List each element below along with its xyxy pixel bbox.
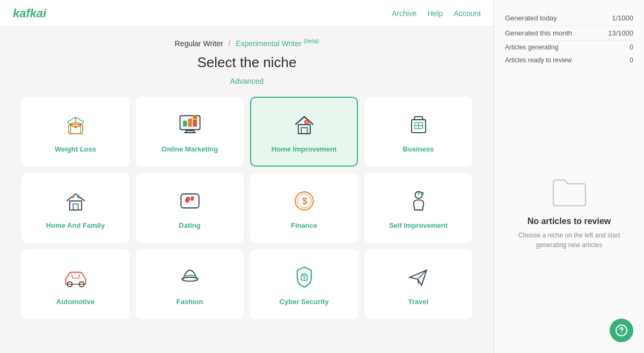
niche-grid: Weight Loss Online Marketing Home Improv…	[21, 97, 472, 319]
weight-loss-icon	[61, 110, 91, 140]
page-title: Select the niche	[21, 54, 472, 71]
home-and-family-icon	[61, 186, 91, 216]
svg-point-34	[621, 332, 622, 333]
niche-card-self-improvement[interactable]: Self Improvement	[364, 173, 472, 243]
dating-icon	[175, 186, 205, 216]
business-icon	[404, 110, 434, 140]
niche-card-online-marketing[interactable]: Online Marketing	[136, 97, 244, 167]
experimental-writer-tab[interactable]: Experimental Writer	[236, 39, 302, 48]
svg-point-31	[303, 277, 305, 279]
niche-card-fashion[interactable]: Fashion	[136, 249, 244, 319]
automotive-icon	[61, 262, 91, 292]
articles-generating-value: 0	[630, 44, 633, 51]
svg-point-9	[192, 116, 197, 120]
sidebar-stats: Generated today 1/1000 Generated this mo…	[505, 11, 633, 67]
niche-card-travel[interactable]: Travel	[364, 249, 472, 319]
niche-card-home-improvement[interactable]: Home Improvement	[250, 97, 358, 167]
logo: kafkai	[13, 6, 46, 20]
help-circle-icon	[616, 325, 627, 336]
niche-card-cyber-security[interactable]: Cyber Security	[250, 249, 358, 319]
generated-today-row: Generated today 1/1000	[505, 11, 633, 26]
svg-rect-21	[181, 194, 199, 208]
writer-tabs: Regular Writer / Experimental Writer (be…	[21, 38, 472, 48]
svg-point-19	[71, 196, 74, 199]
svg-rect-6	[183, 121, 187, 127]
articles-generating-row: Articles generating 0	[505, 41, 633, 54]
articles-generating-label: Articles generating	[505, 44, 558, 51]
help-float-button[interactable]	[610, 319, 633, 342]
logo-text: kafkai	[13, 6, 46, 20]
cyber-security-icon	[289, 262, 319, 292]
cyber-security-label: Cyber Security	[280, 298, 329, 306]
svg-rect-18	[73, 204, 78, 210]
tab-separator: /	[228, 39, 230, 48]
archive-link[interactable]: Archive	[392, 9, 417, 18]
nav-links: Archive Help Account	[392, 9, 481, 18]
online-marketing-label: Online Marketing	[162, 145, 218, 153]
finance-label: Finance	[291, 221, 317, 229]
svg-rect-10	[298, 125, 310, 134]
niche-card-finance[interactable]: $ Finance	[250, 173, 358, 243]
dating-label: Dating	[179, 221, 200, 229]
self-improvement-label: Self Improvement	[389, 221, 448, 229]
folder-icon	[551, 176, 588, 208]
generated-month-value: 13/1000	[608, 29, 633, 37]
automotive-label: Automotive	[56, 298, 95, 306]
svg-point-29	[182, 277, 198, 281]
generated-month-row: Generated this month 13/1000	[505, 26, 633, 41]
svg-text:$: $	[302, 196, 308, 206]
fashion-icon	[175, 262, 205, 292]
articles-ready-row: Articles ready to review 0	[505, 54, 633, 67]
beta-badge: (beta)	[304, 38, 319, 44]
empty-state: No articles to review Choose a niche on …	[505, 83, 633, 342]
niche-card-weight-loss[interactable]: Weight Loss	[21, 97, 129, 167]
niche-card-business[interactable]: Business	[364, 97, 472, 167]
home-and-family-label: Home And Family	[46, 221, 105, 229]
empty-desc: Choose a niche on the left and start gen…	[516, 230, 623, 250]
articles-ready-value: 0	[630, 56, 633, 64]
home-improvement-label: Home Improvement	[272, 145, 336, 153]
svg-point-20	[77, 196, 80, 199]
svg-rect-8	[193, 120, 196, 127]
svg-point-25	[415, 192, 422, 199]
regular-writer-tab[interactable]: Regular Writer	[175, 39, 223, 48]
home-improvement-icon	[289, 110, 319, 140]
self-improvement-icon	[404, 186, 434, 216]
business-label: Business	[403, 145, 434, 153]
generated-today-label: Generated today	[505, 14, 557, 22]
empty-title: No articles to review	[528, 217, 611, 226]
sidebar: Generated today 1/1000 Generated this mo…	[494, 0, 644, 353]
travel-icon	[404, 262, 434, 292]
main-content: Regular Writer / Experimental Writer (be…	[0, 27, 494, 353]
advanced-link[interactable]: Advanced	[230, 77, 264, 85]
travel-label: Travel	[408, 298, 429, 306]
svg-point-26	[418, 193, 420, 195]
finance-icon: $	[289, 186, 319, 216]
online-marketing-icon	[175, 110, 205, 140]
niche-card-home-and-family[interactable]: Home And Family	[21, 173, 129, 243]
header: kafkai Archive Help Account	[0, 0, 494, 27]
articles-ready-label: Articles ready to review	[505, 56, 572, 64]
weight-loss-label: Weight Loss	[55, 145, 96, 153]
help-link[interactable]: Help	[428, 9, 443, 18]
niche-card-automotive[interactable]: Automotive	[21, 249, 129, 319]
generated-month-label: Generated this month	[505, 29, 572, 37]
svg-rect-11	[301, 128, 307, 134]
fashion-label: Fashion	[177, 298, 203, 306]
svg-rect-7	[188, 119, 192, 127]
svg-rect-17	[69, 201, 81, 210]
generated-today-value: 1/1000	[612, 14, 633, 22]
account-link[interactable]: Account	[453, 9, 481, 18]
advanced-link-container: Advanced	[21, 76, 472, 86]
niche-card-dating[interactable]: Dating	[136, 173, 244, 243]
